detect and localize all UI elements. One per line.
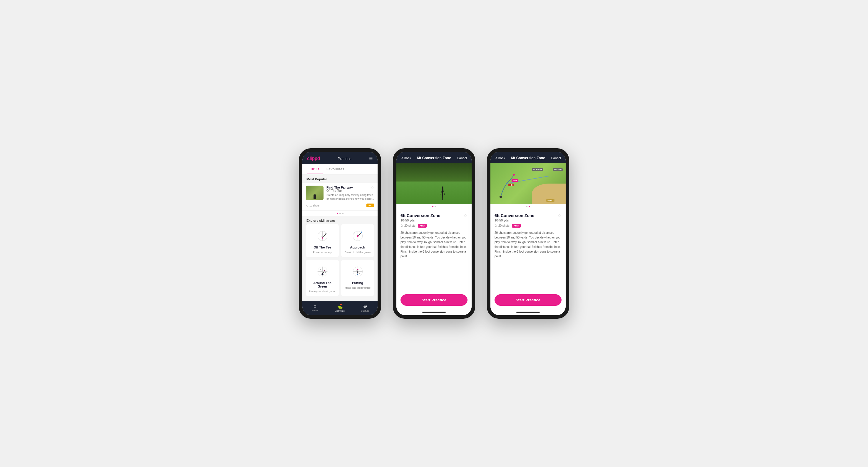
featured-drill-card[interactable]: Find The Fairway Off The Tee ☆ Create an… — [302, 183, 378, 210]
approach-icon-area — [349, 228, 366, 244]
golf-scene — [396, 163, 472, 204]
dot-3 — [342, 213, 343, 214]
nav-capture[interactable]: ⊕ Capture — [352, 303, 378, 312]
favourite-star-3[interactable]: ☆ — [558, 213, 561, 218]
home-bar-2 — [422, 312, 446, 313]
start-practice-button-3[interactable]: Start Practice — [495, 294, 561, 306]
home-indicator-3 — [490, 309, 566, 315]
nav-activities-label: Activities — [335, 309, 345, 312]
phone-2-screen: < Back 6ft Conversion Zone Cancel 6ft Co… — [396, 152, 472, 315]
back-button-3[interactable]: < Back — [495, 156, 505, 160]
drill-detail-title-3: 6ft Conversion Zone — [495, 213, 534, 218]
drill-info-section-2: 6ft Conversion Zone 10-50 yds ☆ ⏱ 20 sho… — [396, 209, 472, 291]
drill-detail-meta-2: ⏱ 20 shots ARG — [401, 224, 467, 228]
drill-detail-tag-3: ARG — [512, 224, 521, 228]
fairway-foreground — [396, 181, 472, 204]
cancel-button-3[interactable]: Cancel — [551, 156, 561, 160]
skill-desc-approach: Dial-in to hit the green — [345, 251, 371, 254]
skill-desc-putting: Make and lag practice — [345, 287, 371, 289]
skill-card-approach[interactable]: Approach Dial-in to hit the green — [341, 224, 374, 257]
drill-detail-tag-2: ARG — [418, 224, 427, 228]
nav-home[interactable]: ⌂ Home — [302, 303, 327, 312]
clock-icon-2: ⏱ — [401, 224, 403, 227]
drill-detail-range-2: 10-50 yds — [401, 219, 440, 222]
capture-icon: ⊕ — [363, 303, 367, 309]
skill-name-ott: Off The Tee — [313, 245, 331, 249]
drill-card-inner: Find The Fairway Off The Tee ☆ Create an… — [306, 186, 374, 201]
favourite-star-2[interactable]: ☆ — [464, 213, 467, 218]
svg-point-6 — [325, 233, 327, 234]
ott-icon-area — [313, 228, 331, 244]
start-practice-button-2[interactable]: Start Practice — [401, 294, 467, 306]
svg-line-22 — [322, 270, 324, 274]
explore-label: Explore skill areas — [302, 216, 378, 224]
skill-desc-ott: Power accuracy — [313, 251, 332, 254]
atg-icon — [314, 264, 331, 279]
home-indicator-2 — [396, 309, 472, 315]
drill-detail-meta-3: ⏱ 20 shots ARG — [495, 224, 561, 228]
svg-point-21 — [325, 272, 326, 273]
skill-grid: Off The Tee Power accuracy — [302, 224, 378, 299]
tabs-bar: Drills Favourites — [302, 164, 378, 174]
svg-point-18 — [321, 273, 323, 275]
skill-card-ott[interactable]: Off The Tee Power accuracy — [306, 224, 339, 257]
map-path-svg — [490, 163, 566, 204]
putting-icon-area — [349, 263, 366, 279]
phone-2: < Back 6ft Conversion Zone Cancel 6ft Co… — [393, 148, 475, 319]
ott-icon — [314, 229, 331, 243]
skill-name-atg: Around The Green — [309, 281, 336, 288]
drill-detail-desc-3: 20 shots are randomly generated at dista… — [495, 231, 561, 259]
detail-title-3: 6ft Conversion Zone — [511, 156, 545, 160]
svg-point-20 — [320, 269, 321, 270]
most-popular-label: Most Popular — [302, 174, 378, 183]
skill-card-atg[interactable]: Around The Green Hone your short game — [306, 260, 339, 296]
home-icon: ⌂ — [313, 303, 316, 309]
phone-3-screen: < Back 6ft Conversion Zone Cancel FAIRWA… — [490, 152, 566, 315]
drill-thumbnail — [306, 186, 323, 200]
drill-detail-shots-2: ⏱ 20 shots — [401, 224, 415, 227]
detail-title-2: 6ft Conversion Zone — [417, 156, 451, 160]
drill-footer: ⏱ 10 shots OTT — [306, 202, 374, 207]
nav-activities[interactable]: ⛳ Activities — [327, 303, 352, 312]
svg-point-31 — [359, 273, 360, 274]
back-button-2[interactable]: < Back — [401, 156, 411, 160]
phone-1-screen: clippd Practice ☰ Drills Favourites Most… — [302, 152, 378, 315]
skill-name-putting: Putting — [352, 281, 363, 285]
clock-icon: ⏱ — [306, 204, 309, 207]
cancel-button-2[interactable]: Cancel — [457, 156, 467, 160]
tab-favourites[interactable]: Favourites — [323, 164, 348, 174]
phone-1: clippd Practice ☰ Drills Favourites Most… — [299, 148, 381, 319]
atg-icon-area — [313, 263, 331, 279]
skill-card-putting[interactable]: Putting Make and lag practice — [341, 260, 374, 296]
drill-info: Find The Fairway Off The Tee ☆ Create an… — [327, 186, 374, 201]
bottom-navbar: ⌂ Home ⛳ Activities ⊕ Capture — [302, 301, 378, 315]
start-btn-container-3: Start Practice — [490, 291, 566, 309]
drill-shots: ⏱ 10 shots — [306, 204, 319, 207]
detail-dot-3-2 — [529, 206, 530, 207]
drill-subtitle: Off The Tee — [327, 189, 353, 192]
favourite-star-icon[interactable]: ☆ — [371, 186, 374, 190]
app-header: clippd Practice ☰ — [302, 152, 378, 164]
drill-title: Find The Fairway — [327, 186, 353, 189]
drill-detail-desc-2: 20 shots are randomly generated at dista… — [401, 231, 467, 259]
hamburger-icon[interactable]: ☰ — [369, 156, 373, 161]
approach-icon — [350, 229, 366, 243]
svg-point-30 — [355, 270, 356, 271]
dot-2 — [339, 213, 341, 214]
clock-icon-3: ⏱ — [495, 224, 497, 227]
home-bar-3 — [516, 312, 540, 313]
nav-home-label: Home — [312, 309, 318, 312]
detail-dots-3 — [490, 204, 566, 209]
svg-point-33 — [513, 174, 515, 176]
detail-dots-2 — [396, 204, 472, 209]
detail-dot-2 — [435, 206, 436, 207]
drills-content: Most Popular Find The Fairway Off The Te… — [302, 174, 378, 301]
golfer-figure — [313, 194, 316, 199]
detail-dot-3-1 — [526, 206, 527, 207]
drill-info-section-3: 6ft Conversion Zone 10-50 yds ☆ ⏱ 20 sho… — [490, 209, 566, 291]
drill-detail-title-2: 6ft Conversion Zone — [401, 213, 440, 218]
app-logo: clippd — [307, 156, 320, 161]
drill-detail-shots-3: ⏱ 20 shots — [495, 224, 509, 227]
header-title: Practice — [338, 157, 351, 161]
tab-drills[interactable]: Drills — [307, 164, 323, 174]
